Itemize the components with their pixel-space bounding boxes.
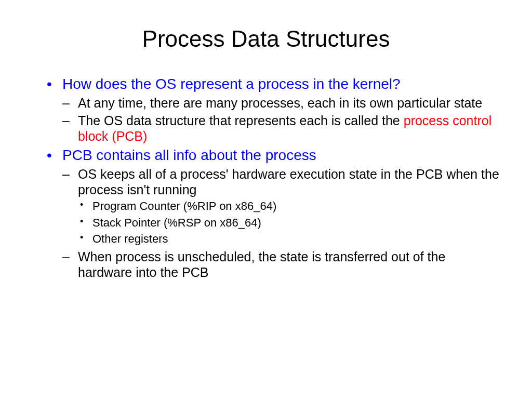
sub-bullet-item: When process is unscheduled, the state i… [62, 249, 501, 280]
bullet-text: How does the OS represent a process in t… [62, 76, 401, 92]
sub-bullet-text: The OS data structure that represents ea… [78, 113, 404, 128]
sub-sub-bullet-item: Other registers [78, 231, 501, 247]
sub-bullet-item: At any time, there are many processes, e… [62, 95, 501, 111]
bullet-item-2: PCB contains all info about the process … [47, 146, 501, 280]
slide-title: Process Data Structures [31, 26, 501, 52]
bullet-list-level2: At any time, there are many processes, e… [62, 95, 501, 144]
sub-sub-bullet-item: Stack Pointer (%RSP on x86_64) [78, 215, 501, 231]
sub-sub-bullet-item: Program Counter (%RIP on x86_64) [78, 198, 501, 214]
sub-bullet-text: OS keeps all of a process' hardware exec… [78, 167, 499, 197]
bullet-list-level3: Program Counter (%RIP on x86_64) Stack P… [78, 198, 501, 247]
slide-content: How does the OS represent a process in t… [31, 75, 501, 280]
bullet-text: PCB contains all info about the process [62, 147, 316, 163]
sub-bullet-item: OS keeps all of a process' hardware exec… [62, 166, 501, 247]
bullet-list-level2: OS keeps all of a process' hardware exec… [62, 166, 501, 280]
bullet-list-level1: How does the OS represent a process in t… [47, 75, 501, 280]
sub-bullet-item: The OS data structure that represents ea… [62, 113, 501, 144]
bullet-item-1: How does the OS represent a process in t… [47, 75, 501, 144]
